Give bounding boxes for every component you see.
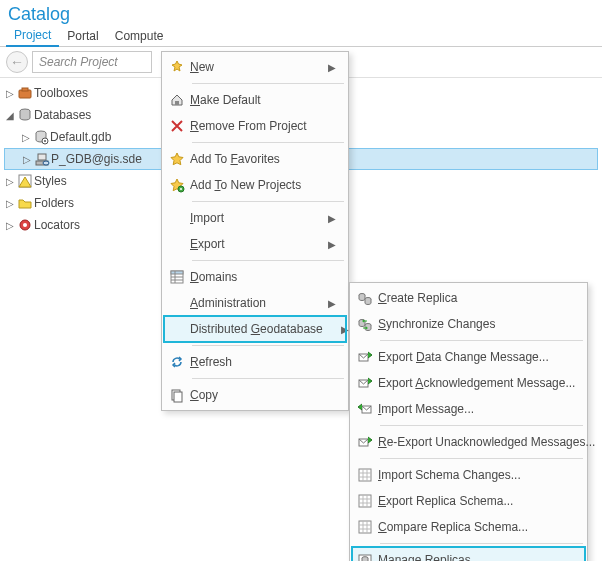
message-out-icon <box>352 375 378 391</box>
submenu-arrow-icon: ▶ <box>341 324 349 335</box>
remove-icon <box>164 118 190 134</box>
copy-icon <box>164 387 190 403</box>
context-menu-database: New ▶ Make Default Remove From Project A… <box>161 51 349 411</box>
separator <box>192 345 344 346</box>
schema-icon <box>352 493 378 509</box>
tab-compute[interactable]: Compute <box>107 27 172 46</box>
sde-icon <box>33 151 51 167</box>
database-icon <box>16 107 34 123</box>
menu-export-replica-schema[interactable]: Export Replica Schema... <box>352 488 585 514</box>
menu-label: Add To Favorites <box>190 152 336 166</box>
home-icon <box>164 92 190 108</box>
expand-icon[interactable]: ▷ <box>4 220 16 231</box>
nav-back-button[interactable]: ← <box>6 51 28 73</box>
menu-refresh[interactable]: Refresh <box>164 349 346 375</box>
tree-label: Styles <box>34 174 67 188</box>
menu-new[interactable]: New ▶ <box>164 54 346 80</box>
submenu-arrow-icon: ▶ <box>326 239 336 250</box>
toolbox-icon <box>16 85 34 101</box>
locator-icon <box>16 217 34 233</box>
tree-label: Locators <box>34 218 80 232</box>
menu-reexport-unacknowledged[interactable]: Re-Export Unacknowledged Messages... <box>352 429 585 455</box>
menu-label: Manage Replicas <box>378 553 575 561</box>
menu-manage-replicas[interactable]: Manage Replicas <box>352 547 585 561</box>
menu-label: Export Acknowledgement Message... <box>378 376 593 390</box>
submenu-arrow-icon: ▶ <box>326 213 336 224</box>
separator <box>380 340 583 341</box>
menu-distributed-geodatabase[interactable]: Distributed Geodatabase ▶ <box>164 316 346 342</box>
replica-icon <box>352 290 378 306</box>
menu-label: Compare Replica Schema... <box>378 520 575 534</box>
menu-label: Import <box>190 211 326 225</box>
menu-import-message[interactable]: Import Message... <box>352 396 585 422</box>
menu-label: Make Default <box>190 93 336 107</box>
menu-label: Add To New Projects <box>190 178 336 192</box>
menu-add-new-projects[interactable]: Add To New Projects <box>164 172 346 198</box>
menu-administration[interactable]: Administration ▶ <box>164 290 346 316</box>
menu-label: Import Message... <box>378 402 575 416</box>
expand-icon[interactable]: ▷ <box>4 176 16 187</box>
search-placeholder: Search Project <box>39 55 118 69</box>
message-out-icon <box>352 349 378 365</box>
star-plus-icon <box>164 177 190 193</box>
expand-icon[interactable]: ▷ <box>21 154 33 165</box>
menu-label: Export Replica Schema... <box>378 494 575 508</box>
folder-icon <box>16 195 34 211</box>
panel-title: Catalog <box>0 0 602 25</box>
menu-label: Distributed Geodatabase <box>190 322 341 336</box>
expand-icon[interactable]: ▷ <box>20 132 32 143</box>
tree-label: Databases <box>34 108 91 122</box>
menu-label: Create Replica <box>378 291 575 305</box>
menu-import[interactable]: Import ▶ <box>164 205 346 231</box>
submenu-arrow-icon: ▶ <box>326 298 336 309</box>
submenu-arrow-icon: ▶ <box>326 62 336 73</box>
menu-remove[interactable]: Remove From Project <box>164 113 346 139</box>
menu-add-favorites[interactable]: Add To Favorites <box>164 146 346 172</box>
refresh-icon <box>164 354 190 370</box>
tab-portal[interactable]: Portal <box>59 27 106 46</box>
separator <box>192 260 344 261</box>
tree-label: Folders <box>34 196 74 210</box>
menu-label: New <box>190 60 326 74</box>
separator <box>192 142 344 143</box>
expand-icon[interactable]: ▷ <box>4 88 16 99</box>
menu-label: Copy <box>190 388 336 402</box>
separator <box>192 201 344 202</box>
gdb-icon <box>32 129 50 145</box>
collapse-icon[interactable]: ◢ <box>4 110 16 121</box>
menu-label: Remove From Project <box>190 119 336 133</box>
manage-replicas-icon <box>352 552 378 561</box>
tree-label: Default.gdb <box>50 130 111 144</box>
menu-import-schema-changes[interactable]: Import Schema Changes... <box>352 462 585 488</box>
menu-domains[interactable]: Domains <box>164 264 346 290</box>
submenu-distributed-geodatabase: Create Replica Synchronize Changes Expor… <box>349 282 588 561</box>
menu-label: Export <box>190 237 326 251</box>
sync-icon <box>352 316 378 332</box>
menu-export-data-change-message[interactable]: Export Data Change Message... <box>352 344 585 370</box>
expand-icon[interactable]: ▷ <box>4 198 16 209</box>
schema-icon <box>352 467 378 483</box>
menu-label: Import Schema Changes... <box>378 468 575 482</box>
tab-project[interactable]: Project <box>6 26 59 47</box>
search-input[interactable]: Search Project <box>32 51 152 73</box>
menu-create-replica[interactable]: Create Replica <box>352 285 585 311</box>
tree-label: Toolboxes <box>34 86 88 100</box>
menu-export[interactable]: Export ▶ <box>164 231 346 257</box>
menu-label: Domains <box>190 270 336 284</box>
separator <box>380 543 583 544</box>
menu-export-acknowledgement-message[interactable]: Export Acknowledgement Message... <box>352 370 585 396</box>
message-in-icon <box>352 401 378 417</box>
menu-make-default[interactable]: Make Default <box>164 87 346 113</box>
menu-synchronize-changes[interactable]: Synchronize Changes <box>352 311 585 337</box>
menu-label: Administration <box>190 296 326 310</box>
tree-label: P_GDB@gis.sde <box>51 152 142 166</box>
menu-compare-replica-schema[interactable]: Compare Replica Schema... <box>352 514 585 540</box>
new-icon <box>164 59 190 75</box>
schema-icon <box>352 519 378 535</box>
menu-copy[interactable]: Copy <box>164 382 346 408</box>
separator <box>380 425 583 426</box>
star-icon <box>164 151 190 167</box>
style-icon <box>16 173 34 189</box>
tab-row: Project Portal Compute <box>0 25 602 47</box>
separator <box>192 83 344 84</box>
